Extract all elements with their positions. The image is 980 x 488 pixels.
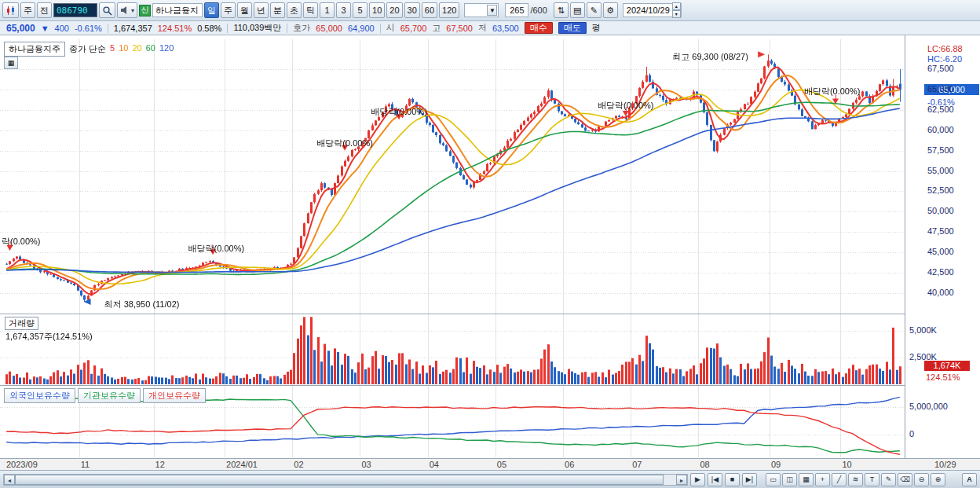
open-price: 65,700 xyxy=(400,24,427,33)
date-axis-label: 08 xyxy=(700,460,709,469)
open-label: 시 xyxy=(386,22,395,34)
stock-name-field: 하나금융지 xyxy=(152,3,203,17)
current-volume-badge: 1,674K xyxy=(924,361,970,371)
text-tool-icon-button[interactable]: T xyxy=(865,473,879,486)
period-tab-second[interactable]: 초 xyxy=(287,2,302,18)
interval-button-120[interactable]: 120 xyxy=(439,2,459,18)
scroll-left-icon[interactable]: ◂ xyxy=(4,475,15,485)
change-value: 400 xyxy=(55,24,69,33)
down-arrow-icon: ▼ xyxy=(41,24,49,33)
chart-toolbar: 주 전 ▾ 신 하나금융지 일 주 월 년 분 초 틱 1 3 5 10 20 … xyxy=(0,0,980,21)
region-select-icon-button[interactable]: ▭ xyxy=(766,473,781,486)
date-axis-label: 04 xyxy=(430,460,439,469)
prev-mode-button[interactable]: 전 xyxy=(37,2,52,18)
period-tab-week[interactable]: 주 xyxy=(221,2,236,18)
volume-ratio: 124.51% xyxy=(158,24,192,33)
spinner-down-icon[interactable]: ▾ xyxy=(672,10,681,18)
ownership-axis-label: 0 xyxy=(909,429,914,438)
interval-button-20[interactable]: 20 xyxy=(386,2,402,18)
stock-code-input[interactable] xyxy=(53,3,97,17)
date-axis-label: 02 xyxy=(294,460,303,469)
high-price: 67,500 xyxy=(446,24,473,33)
week-mode-button[interactable]: 주 xyxy=(20,2,35,18)
divider xyxy=(287,24,287,33)
interval-button-30[interactable]: 30 xyxy=(404,2,420,18)
interval-button-60[interactable]: 60 xyxy=(422,2,437,18)
individual-holdings-button[interactable]: 개인보유수량 xyxy=(143,388,206,403)
scroll-right-icon[interactable]: ▸ xyxy=(676,475,687,485)
price-axis-label: 47,500 xyxy=(927,226,954,236)
price-axis-label: 40,000 xyxy=(927,288,954,297)
crosshair-icon-button[interactable]: + xyxy=(815,473,830,486)
chart-settings-icon-button[interactable]: ▦ xyxy=(4,57,18,69)
date-axis-label: 07 xyxy=(632,460,642,469)
pencil-tool-icon-button[interactable]: ✎ xyxy=(881,473,896,486)
buy-button[interactable]: 매수 xyxy=(525,22,553,34)
chart-style-icon-button[interactable]: ▤ xyxy=(570,2,585,18)
spinner-up-icon[interactable]: ▴ xyxy=(672,2,681,10)
interval-button-1[interactable]: 1 xyxy=(320,2,335,18)
mini-chart-icon-button[interactable] xyxy=(2,2,19,18)
horizontal-scrollbar[interactable]: ◂ ▸ xyxy=(3,474,688,486)
period-tab-tick[interactable]: 틱 xyxy=(303,2,318,18)
institution-holdings-button[interactable]: 기관보유수량 xyxy=(78,388,141,403)
step-forward-button[interactable]: ▶| xyxy=(742,473,757,486)
chart-annotation: 최저 38,950 (11/02) xyxy=(104,298,180,310)
chart-annotation: 배당락(0.00%) xyxy=(804,85,861,97)
interval-button-10[interactable]: 10 xyxy=(369,2,385,18)
date-axis-label: 05 xyxy=(497,460,506,469)
price-axis-label: 52,500 xyxy=(927,185,954,195)
low-label: 저 xyxy=(478,22,487,34)
sound-alert-button[interactable]: ▾ xyxy=(117,2,137,18)
sort-updown-icon-button[interactable]: ⇅ xyxy=(554,2,569,18)
font-size-button[interactable]: A xyxy=(962,473,977,486)
chart-preset-dropdown[interactable]: ▼ xyxy=(464,3,499,17)
zoom-out-icon-button[interactable]: ⊖ xyxy=(914,473,929,486)
price-axis-label: 50,000 xyxy=(927,206,954,215)
zoom-in-icon-button[interactable]: ⊕ xyxy=(931,473,945,486)
period-tab-minute[interactable]: 분 xyxy=(270,2,285,18)
date-spinner[interactable]: ▴▾ xyxy=(672,2,681,18)
grid-style-icon-button[interactable]: ▦ xyxy=(799,473,814,486)
fibonacci-icon-button[interactable]: ≋ xyxy=(848,473,863,486)
low-price: 63,500 xyxy=(492,24,519,33)
ma-type-label: 종가 단순 xyxy=(69,43,106,55)
price-axis-label: 60,000 xyxy=(927,125,954,134)
chart-annotation: 최고 69,300 (08/27) xyxy=(672,50,748,62)
hc-indicator: HC:-6.20 xyxy=(927,54,962,64)
ownership-axis-label: 5,000,000 xyxy=(909,402,948,411)
step-back-button[interactable]: |◀ xyxy=(708,473,722,486)
period-tab-day[interactable]: 일 xyxy=(204,2,219,18)
trendline-icon-button[interactable]: ╱ xyxy=(832,473,847,486)
mini-candle-icon xyxy=(5,6,16,16)
overlay-chart-icon-button[interactable]: ◫ xyxy=(782,473,797,486)
trade-value: 110,039백만 xyxy=(233,22,281,34)
play-button[interactable]: ▶ xyxy=(690,473,705,486)
date-axis: 2023/0911122024/0102030405060708091010/2… xyxy=(0,458,980,470)
draw-tool-icon-button[interactable]: ✎ xyxy=(587,2,602,18)
period-tab-year[interactable]: 년 xyxy=(254,2,269,18)
turnover-percent: 0.58% xyxy=(197,24,221,33)
interval-button-5[interactable]: 5 xyxy=(353,2,368,18)
stop-button[interactable]: ■ xyxy=(725,473,740,486)
price-axis-label: 67,500 xyxy=(927,64,954,73)
interval-button-3[interactable]: 3 xyxy=(336,2,351,18)
date-axis-label: 09 xyxy=(771,460,781,469)
scrollbar-thumb[interactable] xyxy=(15,475,664,485)
divider xyxy=(227,24,228,33)
ma120-legend: 120 xyxy=(159,43,174,55)
right-axis-column: LC:66.88 HC:-6.20 65,000 -0.61% 1,674K 1… xyxy=(905,35,980,458)
period-t나ab-month[interactable]: 월 xyxy=(237,2,252,18)
sell-button[interactable]: 매도 xyxy=(558,22,587,34)
price-axis-label: 42,500 xyxy=(927,267,954,277)
chart-annotation: 배당락(0.00%) xyxy=(371,105,427,117)
date-field[interactable]: 2024/10/29 ▴▾ xyxy=(623,3,682,17)
search-icon-button[interactable] xyxy=(99,2,115,18)
avg-label: 평 xyxy=(592,22,601,34)
eraser-tool-icon-button[interactable]: ⌫ xyxy=(898,473,912,486)
chevron-down-icon: ▾ xyxy=(131,7,134,14)
foreign-holdings-button[interactable]: 외국인보유수량 xyxy=(4,388,75,403)
settings-gear-icon-button[interactable]: ⚙ xyxy=(603,2,618,18)
candle-count-field[interactable]: 265 xyxy=(505,3,528,17)
divider xyxy=(380,24,381,33)
